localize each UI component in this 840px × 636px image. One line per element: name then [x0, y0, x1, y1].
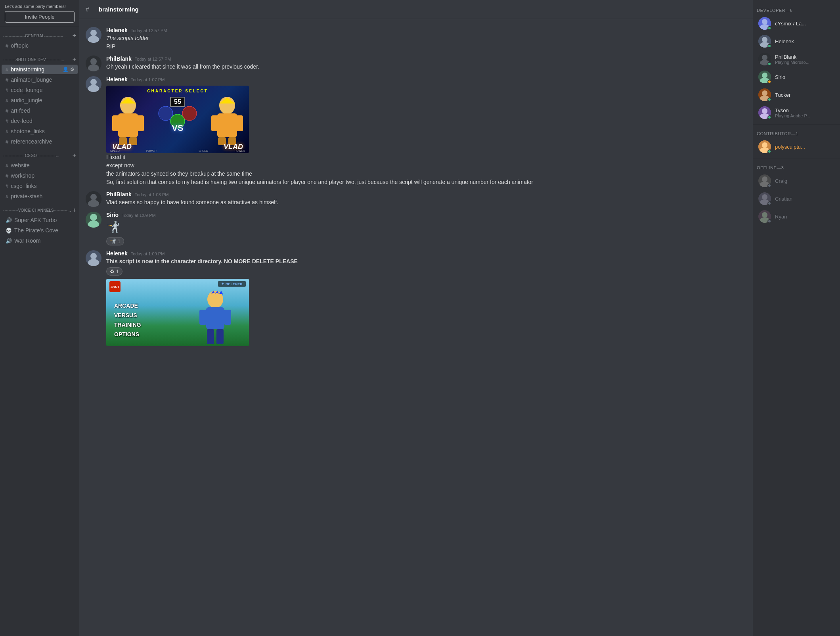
member-craig[interactable]: Craig: [754, 172, 838, 190]
section-shot-one-dev: ---------SHOT ONE DEV-----------... +: [0, 51, 79, 64]
svg-point-64: [762, 176, 767, 182]
menu-options: OPTIONS: [114, 331, 141, 337]
channel-actions: 👤 ⚙: [63, 67, 75, 72]
channel-dev-feed[interactable]: # dev-feed: [2, 116, 78, 126]
svg-rect-37: [199, 310, 207, 325]
channel-offtopic[interactable]: # offtopic: [2, 41, 78, 50]
char-select-label: CHARACTER SELECT: [147, 89, 208, 93]
add-member-icon[interactable]: 👤: [63, 67, 69, 72]
vlad-left: [110, 96, 146, 147]
invite-people-button[interactable]: Invite People: [5, 11, 75, 23]
add-shot-channel-button[interactable]: +: [73, 56, 76, 63]
message-time: Today at 12:57 PM: [131, 28, 167, 33]
message-time: Today at 1:08 PM: [135, 192, 169, 197]
hash-icon: #: [86, 6, 89, 13]
voice-pirates-cove[interactable]: 💀 The Pirate's Cove: [2, 226, 78, 235]
avatar: [758, 192, 771, 205]
member-info: Tyson Playing Adobe P...: [775, 107, 834, 118]
skull-icon: 💀: [6, 228, 12, 234]
section-general: ----------------GENERAL--------------...…: [0, 27, 79, 40]
channel-art-feed[interactable]: # art-feed: [2, 106, 78, 115]
member-ryan[interactable]: Ryan: [754, 208, 838, 225]
add-channel-button[interactable]: +: [73, 33, 76, 39]
channel-name: code_lounge: [11, 87, 75, 93]
channel-name: offtopic: [11, 42, 75, 49]
channel-audio-jungle[interactable]: # audio_jungle: [2, 96, 78, 105]
message-time: Today at 1:09 PM: [122, 213, 156, 218]
member-name: polysculptu...: [775, 144, 834, 150]
message-text: Oh yeah I cleared that since it was all …: [106, 63, 746, 71]
message-header: Helenek Today at 1:07 PM: [106, 76, 746, 82]
channel-name: referencearchive: [11, 138, 75, 145]
invite-hint: Let's add some party members!: [5, 4, 75, 9]
svg-rect-12: [136, 115, 144, 131]
avatar: [758, 174, 771, 187]
member-philblank[interactable]: PhilBlank Playing Microsо...: [754, 50, 838, 68]
svg-point-18: [182, 106, 197, 121]
channel-website[interactable]: # website: [2, 161, 78, 170]
member-helenek[interactable]: Helenek: [754, 33, 838, 50]
channel-private-stash[interactable]: # private-stash: [2, 192, 78, 201]
message-group: Sirio Today at 1:09 PM 🤺 🤺 1 😊 ⋯: [79, 210, 753, 247]
reaction-button[interactable]: ♻ 1: [106, 267, 122, 276]
channel-brainstorming[interactable]: # brainstorming 👤 ⚙: [2, 65, 78, 74]
channel-referencearchive[interactable]: # referencearchive: [2, 137, 78, 146]
channel-workshop[interactable]: # workshop: [2, 171, 78, 180]
status-indicator: [767, 62, 771, 66]
message-text: This script is now in the character dire…: [106, 257, 746, 266]
emoji-message: 🤺: [106, 221, 120, 233]
channel-name: audio_jungle: [11, 97, 75, 103]
channel-csgo-links[interactable]: # csgo_links: [2, 181, 78, 191]
message-group: Helenek Today at 1:09 PM This script is …: [79, 249, 753, 348]
member-tucker[interactable]: Tucker: [754, 86, 838, 103]
chat-channel-title: brainstorming: [92, 0, 145, 19]
channel-shotone-links[interactable]: # shotone_links: [2, 126, 78, 136]
status-indicator: [767, 201, 771, 205]
voice-super-afk-turbo[interactable]: 🔊 Super AFK Turbo: [2, 215, 78, 225]
svg-point-27: [90, 194, 97, 200]
game2-logo-area: SHOT: [109, 281, 121, 292]
section-voice-label: -----------VOICE CHANNELS----------...: [3, 208, 71, 213]
hash-icon: #: [6, 128, 8, 134]
message-content: Sirio Today at 1:09 PM 🤺 🤺 1: [106, 212, 746, 245]
message-author[interactable]: PhilBlank: [106, 56, 132, 62]
member-polysculptu[interactable]: polysculptu...: [754, 138, 838, 155]
add-voice-channel-button[interactable]: +: [73, 207, 76, 213]
avatar: [86, 212, 101, 228]
avatar: [86, 191, 101, 207]
message-text: I fixed it except now the animators are …: [106, 153, 746, 186]
svg-rect-11: [112, 115, 120, 131]
message-author[interactable]: Helenek: [106, 27, 128, 33]
voice-war-room[interactable]: 🔊 War Room: [2, 236, 78, 245]
channel-code-lounge[interactable]: # code_lounge: [2, 85, 78, 95]
channel-name: private-stash: [11, 193, 75, 199]
avatar: [86, 56, 101, 71]
voice-channel-name: War Room: [14, 238, 40, 244]
hash-icon: #: [6, 163, 8, 169]
right-sidebar: DEVELOPER—6 cYsmix / La... Helenek PhilB…: [753, 0, 840, 636]
message-author[interactable]: Helenek: [106, 76, 128, 82]
member-cristian[interactable]: Cristian: [754, 190, 838, 207]
add-csgo-channel-button[interactable]: +: [73, 152, 76, 159]
invite-section: Let's add some party members! Invite Peo…: [0, 0, 79, 27]
settings-icon[interactable]: ⚙: [70, 67, 75, 72]
hash-icon: #: [6, 118, 8, 124]
status-indicator: [767, 80, 771, 84]
member-info: Craig: [775, 178, 834, 184]
member-info: polysculptu...: [775, 144, 834, 150]
message-header: PhilBlank Today at 1:08 PM: [106, 191, 746, 197]
message-group: PhilBlank Today at 12:57 PM Oh yeah I cl…: [79, 54, 753, 73]
message-author[interactable]: PhilBlank: [106, 191, 132, 197]
member-sirio[interactable]: Sirio: [754, 68, 838, 86]
message-author[interactable]: Sirio: [106, 212, 119, 218]
section-csgo-label: ----------------CSGO--------------...: [3, 153, 59, 158]
reaction-button[interactable]: 🤺 1: [106, 237, 124, 245]
developer-section-header: DEVELOPER—6: [753, 5, 840, 14]
svg-rect-20: [217, 113, 237, 137]
channel-name: animator_lounge: [11, 77, 75, 83]
member-tyson[interactable]: Tyson Playing Adobe P...: [754, 104, 838, 121]
channel-animator-lounge[interactable]: # animator_lounge: [2, 75, 78, 84]
message-author[interactable]: Helenek: [106, 250, 128, 257]
svg-rect-36: [206, 307, 224, 329]
member-cysmix[interactable]: cYsmix / La...: [754, 15, 838, 32]
